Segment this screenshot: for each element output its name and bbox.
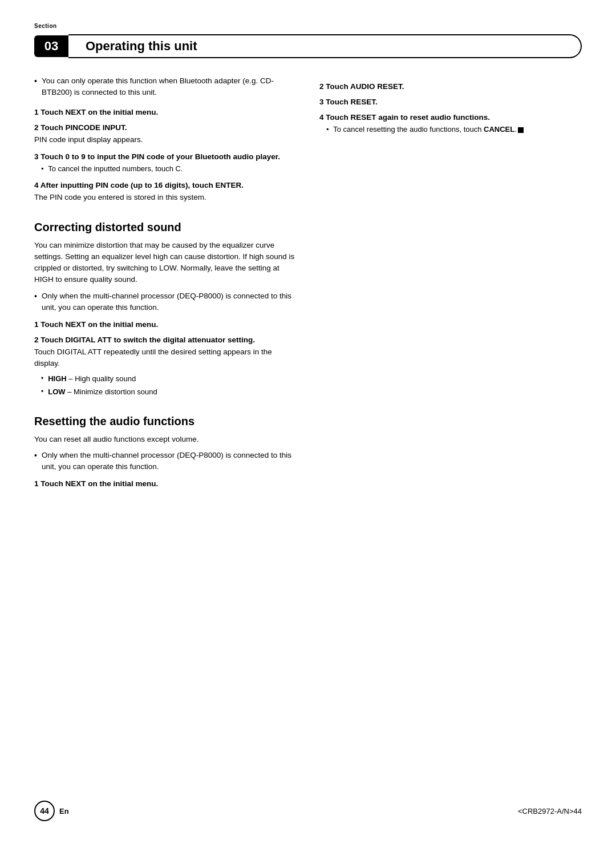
- correcting-sub2-text: LOW – Minimize distortion sound: [48, 386, 157, 398]
- correcting-subtitle: Correcting distorted sound: [34, 221, 297, 234]
- step3-sub-bullet: ▪ To cancel the inputted numbers, touch …: [41, 163, 297, 175]
- right-sub-bullet-marker: ▪: [326, 125, 329, 133]
- correcting-bullet-dot: •: [34, 292, 37, 301]
- cancel-square-icon: [518, 127, 524, 133]
- step3-heading: 3 Touch 0 to 9 to input the PIN code of …: [34, 152, 297, 161]
- resetting-step1-heading: 1 Touch NEXT on the initial menu.: [34, 479, 297, 488]
- section-number: 03: [34, 35, 68, 57]
- step4-body: The PIN code you entered is stored in th…: [34, 192, 297, 203]
- page-container: Section 03 Operating this unit • You can…: [0, 0, 616, 844]
- resetting-bullet-dot: •: [34, 451, 37, 460]
- step2-body: PIN code input display appears.: [34, 134, 297, 146]
- left-column: • You can only operate this function whe…: [34, 75, 297, 490]
- right-step4-sub-bullet: ▪ To cancel resetting the audio function…: [326, 124, 582, 135]
- right-step2-heading: 2 Touch AUDIO RESET.: [319, 82, 582, 91]
- bullet-dot: •: [34, 76, 37, 86]
- section-header: 03 Operating this unit: [34, 34, 582, 58]
- intro-bullet-item: • You can only operate this function whe…: [34, 75, 297, 99]
- section-title: Operating this unit: [68, 34, 582, 58]
- step2-heading: 2 Touch PINCODE INPUT.: [34, 123, 297, 132]
- resetting-intro: You can reset all audio functions except…: [34, 434, 297, 445]
- correcting-bullet-text: Only when the multi-channel processor (D…: [42, 290, 297, 314]
- right-step3-heading: 3 Touch RESET.: [319, 98, 582, 106]
- sub-bullet-marker-3: •: [41, 387, 43, 395]
- correcting-sub1-text: HIGH – High quality sound: [48, 373, 136, 385]
- right-column: 2 Touch AUDIO RESET. 3 Touch RESET. 4 To…: [319, 75, 582, 490]
- footer-code: <CRB2972-A/N>44: [518, 807, 582, 815]
- sub-bullet-marker: ▪: [41, 164, 43, 172]
- resetting-subtitle: Resetting the audio functions: [34, 415, 297, 428]
- correcting-step2-sub2: • LOW – Minimize distortion sound: [41, 386, 297, 398]
- section-label: Section: [34, 23, 57, 29]
- correcting-intro: You can minimize distortion that may be …: [34, 240, 297, 286]
- correcting-step2-body: Touch DIGITAL ATT repeatedly until the d…: [34, 346, 297, 370]
- correcting-step1-heading: 1 Touch NEXT on the initial menu.: [34, 320, 297, 329]
- right-step4-heading: 4 Touch RESET again to reset audio funct…: [319, 113, 582, 122]
- step3-sub-bullet-text: To cancel the inputted numbers, touch C.: [48, 163, 183, 175]
- resetting-bullet-item: • Only when the multi-channel processor …: [34, 450, 297, 473]
- intro-bullet-section: • You can only operate this function whe…: [34, 75, 297, 99]
- right-step4-sub-text: To cancel resetting the audio functions,…: [333, 124, 524, 135]
- step4-heading: 4 After inputting PIN code (up to 16 dig…: [34, 181, 297, 189]
- footer-bar: 44 En <CRB2972-A/N>44: [34, 801, 582, 821]
- resetting-bullet-text: Only when the multi-channel processor (D…: [42, 450, 297, 473]
- correcting-step2-sub1: • HIGH – High quality sound: [41, 373, 297, 385]
- two-column-layout: • You can only operate this function whe…: [34, 75, 582, 490]
- correcting-bullet-item: • Only when the multi-channel processor …: [34, 290, 297, 314]
- intro-bullet-text: You can only operate this function when …: [42, 75, 297, 99]
- sub-bullet-marker-2: •: [41, 374, 43, 382]
- footer-left: 44 En: [34, 801, 69, 821]
- step1-heading: 1 Touch NEXT on the initial menu.: [34, 108, 297, 116]
- page-number-circle: 44: [34, 801, 55, 821]
- correcting-step2-heading: 2 Touch DIGITAL ATT to switch the digita…: [34, 336, 297, 344]
- footer-en-label: En: [59, 807, 69, 815]
